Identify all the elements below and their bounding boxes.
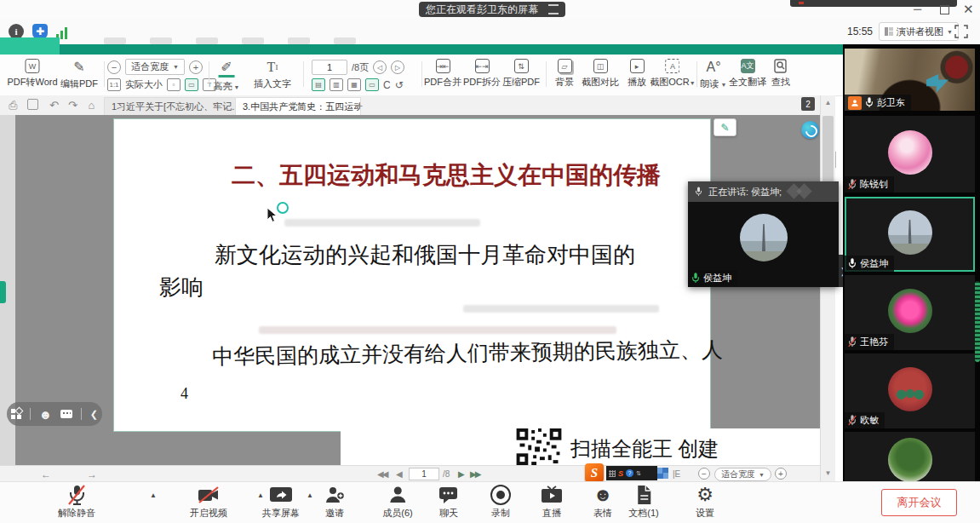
reader-mode-icon[interactable]: |E (673, 469, 680, 479)
invite-button[interactable]: 邀请 (324, 485, 345, 520)
next-page-icon[interactable]: ▶ (458, 469, 465, 479)
actual-size-label[interactable]: 实际大小 (125, 78, 163, 91)
pdf-canvas[interactable]: 二、五四运动和马克思主义在中国的传播 新文化运动的兴起和俄国十月革命对中国的 影… (15, 115, 820, 465)
status-page-input[interactable]: 1 (409, 468, 439, 480)
two-page-icon[interactable]: ▥ (330, 78, 343, 91)
participant-tile[interactable]: 王艳芬 (845, 275, 975, 350)
print-icon[interactable]: ⎙ (7, 99, 20, 112)
record-button[interactable]: 录制 (490, 485, 511, 520)
single-page-icon[interactable]: ▤ (312, 78, 325, 91)
camscanner-float-icon[interactable]: S (585, 463, 604, 482)
save-icon[interactable] (27, 99, 38, 110)
annotate-pencil-button[interactable]: ✎ (714, 118, 736, 136)
first-page-icon[interactable]: ◀◀ (377, 469, 387, 479)
doc-tab-2-active[interactable]: 3.中国共产党简史：五四运动... (235, 97, 361, 116)
emoji-button[interactable]: ☻ 表情 (593, 485, 612, 520)
live-button[interactable]: 直播 (541, 485, 563, 520)
background-button[interactable]: ▱ 背景 (555, 59, 574, 89)
leave-meeting-button[interactable]: 离开会议 (881, 489, 957, 516)
doc-tab-1[interactable]: 1习近平关于[不忘初心、牢记... (104, 97, 245, 116)
back-arrow-icon[interactable]: ← (41, 468, 51, 480)
share-options-caret[interactable]: ▲ (307, 491, 313, 499)
edit-pdf-button[interactable]: ✎ 编辑PDF (60, 59, 98, 90)
four-page-icon[interactable]: ▦ (347, 78, 361, 91)
screenshot-compare-button[interactable]: ◫ 截图对比 (582, 59, 619, 89)
next-page-icon[interactable]: ▷ (391, 60, 404, 74)
fit-width-icon[interactable]: ▭ (185, 78, 198, 91)
pdf-active-menu-tab[interactable] (0, 37, 60, 55)
scroll-down-icon[interactable]: ▼ (821, 466, 835, 481)
close-button[interactable]: ✕ (963, 4, 974, 14)
members-button[interactable]: 成员(6) (382, 485, 412, 520)
apps-grid-icon[interactable] (11, 409, 21, 419)
zoom-out-icon[interactable]: − (107, 60, 121, 74)
actual-size-icon[interactable]: 1:1 (107, 78, 121, 91)
view-mode-selector[interactable]: 演讲者视图 ▼ (879, 22, 959, 41)
mini-dock[interactable]: S ? ⇅ (606, 466, 657, 480)
rotate-left-icon[interactable]: ↺ (395, 79, 404, 91)
screenshot-ocr-button[interactable]: A 截图OCR▼ (650, 59, 695, 89)
find-button[interactable]: 查找 (771, 59, 790, 89)
pdf-merge-button[interactable]: ⇥⇤ PDF合并 (424, 59, 461, 89)
participant-tile-partial[interactable] (845, 432, 975, 481)
prev-page-icon[interactable]: ◀ (396, 469, 403, 479)
continuous-icon[interactable]: ▭ (365, 78, 379, 91)
unmute-options-caret[interactable]: ▲ (150, 491, 157, 499)
insert-text-button[interactable]: TI 插入文字 (254, 59, 291, 90)
fit-page-icon[interactable]: ▫ (167, 78, 181, 91)
zoom-in-icon[interactable]: + (189, 60, 203, 74)
participant-tile[interactable]: 欧敏 (845, 353, 975, 428)
page-number-input[interactable]: 1 (312, 60, 347, 75)
pencil-icon: ✎ (72, 59, 88, 75)
status-zoom-select[interactable]: 适合宽度 ▼ (714, 468, 771, 481)
collapse-left-icon[interactable]: ❮ (90, 409, 98, 420)
help-icon[interactable]: ? (626, 469, 633, 477)
home-icon[interactable]: ⌂ (85, 99, 98, 112)
pdf-to-word-button[interactable]: W PDF转Word (7, 59, 57, 89)
docs-button[interactable]: 文档(1) (628, 485, 658, 520)
emoji-smiley-icon[interactable]: ☻ (39, 407, 53, 422)
scroll-up-icon[interactable]: ▲ (821, 95, 835, 111)
updown-icon[interactable]: ⇅ (636, 470, 641, 477)
undo-icon[interactable]: ↶ (48, 99, 60, 112)
settings-button[interactable]: ⚙ 设置 (696, 485, 714, 520)
unmute-button[interactable]: 解除静音 (58, 485, 95, 520)
meeting-float-pill[interactable]: ☻ ❮ (7, 402, 102, 426)
share-screen-button[interactable]: 共享屏幕 (262, 485, 300, 520)
status-zoom-out-icon[interactable]: − (698, 468, 710, 480)
pdf-split-button[interactable]: ⇤⇥ PDF拆分 (463, 59, 501, 89)
translate-button[interactable]: A文 全文翻译 (729, 59, 766, 89)
forward-arrow-icon[interactable]: → (87, 468, 97, 480)
chat-button[interactable]: 聊天 (438, 485, 459, 520)
prev-page-icon[interactable]: ◁ (373, 60, 387, 74)
maximize-button[interactable] (940, 5, 949, 14)
sidebar-scrollbar-thumb[interactable] (975, 281, 980, 362)
mini-s-icon: S (618, 469, 623, 478)
panel-expand-tab[interactable] (0, 281, 6, 303)
chat-bubble-icon[interactable] (60, 410, 72, 418)
participant-tile-speaking[interactable]: 侯益坤 (845, 197, 975, 272)
participant-tile[interactable]: 陈锐钊 (845, 116, 975, 193)
last-page-icon[interactable]: ▶▶ (470, 469, 479, 479)
start-video-button[interactable]: 开启视频 (190, 485, 227, 520)
minimize-button[interactable]: ─ (914, 4, 921, 14)
grid-view-icon[interactable] (657, 468, 668, 479)
read-aloud-button[interactable]: A° 朗读 ▼ (701, 59, 727, 90)
mouse-cursor (266, 207, 278, 227)
participant-tile[interactable]: 彭卫东 (845, 49, 975, 111)
active-speaker-popup[interactable]: 正在讲话: 侯益坤; 侯益坤 ❯ (688, 181, 839, 287)
banner-menu-icon[interactable] (548, 4, 559, 14)
brand-diamond-icon (796, 183, 811, 198)
status-zoom-in-icon[interactable]: + (775, 468, 787, 480)
zoom-level-select[interactable]: 适合宽度 ▼ (125, 59, 185, 75)
rotate-right-icon[interactable]: C (383, 79, 391, 91)
speaker-popup-header: 正在讲话: 侯益坤; (688, 181, 839, 202)
play-button[interactable]: ▸ 播放 (628, 59, 646, 89)
compress-pdf-button[interactable]: ⇅ 压缩PDF (502, 59, 540, 89)
new-tab-button[interactable]: + (356, 99, 363, 112)
redo-icon[interactable]: ↷ (66, 99, 79, 112)
highlight-button[interactable]: ✐ 高亮 ▼ (214, 59, 240, 93)
fullscreen-icon[interactable] (954, 25, 968, 38)
assistant-bubble-icon[interactable] (801, 121, 819, 139)
vertical-scrollbar[interactable]: ▲ ▼ (820, 95, 835, 481)
